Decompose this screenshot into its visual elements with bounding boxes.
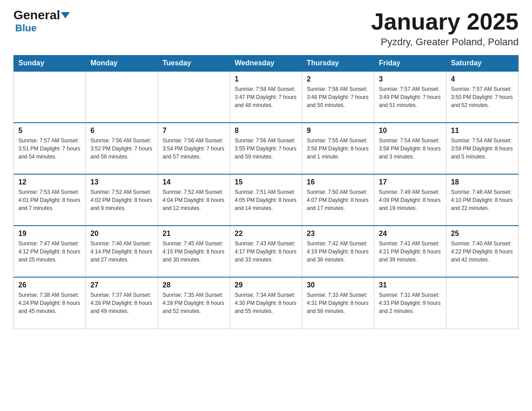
table-row: 17Sunrise: 7:49 AM Sunset: 4:09 PM Dayli…	[374, 174, 446, 226]
table-row: 12Sunrise: 7:53 AM Sunset: 4:01 PM Dayli…	[14, 174, 86, 226]
day-number: 28	[163, 281, 225, 289]
day-number: 24	[379, 230, 442, 238]
day-info: Sunrise: 7:55 AM Sunset: 3:56 PM Dayligh…	[307, 137, 369, 161]
col-monday: Monday	[86, 56, 158, 72]
day-info: Sunrise: 7:43 AM Sunset: 4:17 PM Dayligh…	[235, 240, 297, 264]
table-row: 24Sunrise: 7:41 AM Sunset: 4:21 PM Dayli…	[374, 226, 446, 277]
table-row: 4Sunrise: 7:57 AM Sunset: 3:50 PM Daylig…	[446, 71, 519, 123]
table-row: 28Sunrise: 7:35 AM Sunset: 4:28 PM Dayli…	[158, 277, 230, 329]
day-number: 14	[163, 178, 225, 186]
day-number: 29	[235, 281, 297, 289]
month-title: January 2025	[371, 9, 519, 34]
day-number: 26	[18, 281, 81, 289]
table-row: 20Sunrise: 7:46 AM Sunset: 4:14 PM Dayli…	[86, 226, 158, 277]
day-number: 21	[163, 230, 225, 238]
day-info: Sunrise: 7:51 AM Sunset: 4:05 PM Dayligh…	[235, 188, 297, 212]
calendar-header-row: Sunday Monday Tuesday Wednesday Thursday…	[14, 56, 519, 72]
table-row: 14Sunrise: 7:52 AM Sunset: 4:04 PM Dayli…	[158, 174, 230, 226]
day-number: 3	[379, 75, 442, 83]
table-row: 9Sunrise: 7:55 AM Sunset: 3:56 PM Daylig…	[302, 123, 374, 174]
day-number: 6	[90, 127, 153, 135]
table-row: 29Sunrise: 7:34 AM Sunset: 4:30 PM Dayli…	[230, 277, 302, 329]
day-number: 16	[307, 178, 369, 186]
day-number: 4	[451, 75, 514, 83]
table-row: 19Sunrise: 7:47 AM Sunset: 4:12 PM Dayli…	[14, 226, 86, 277]
day-number: 5	[18, 127, 81, 135]
day-number: 13	[90, 178, 153, 186]
table-row	[158, 71, 230, 123]
day-info: Sunrise: 7:48 AM Sunset: 4:10 PM Dayligh…	[451, 188, 514, 212]
calendar: Sunday Monday Tuesday Wednesday Thursday…	[13, 55, 519, 329]
logo: General Blue	[13, 9, 70, 34]
table-row: 1Sunrise: 7:58 AM Sunset: 3:47 PM Daylig…	[230, 71, 302, 123]
table-row: 3Sunrise: 7:57 AM Sunset: 3:49 PM Daylig…	[374, 71, 446, 123]
day-number: 18	[451, 178, 514, 186]
day-number: 2	[307, 75, 369, 83]
calendar-week-row: 5Sunrise: 7:57 AM Sunset: 3:51 PM Daylig…	[14, 123, 519, 174]
table-row: 31Sunrise: 7:31 AM Sunset: 4:33 PM Dayli…	[374, 277, 446, 329]
col-tuesday: Tuesday	[158, 56, 230, 72]
table-row: 27Sunrise: 7:37 AM Sunset: 4:26 PM Dayli…	[86, 277, 158, 329]
day-number: 20	[90, 230, 153, 238]
day-info: Sunrise: 7:57 AM Sunset: 3:50 PM Dayligh…	[451, 85, 514, 109]
logo-general: General	[13, 9, 70, 21]
table-row: 5Sunrise: 7:57 AM Sunset: 3:51 PM Daylig…	[14, 123, 86, 174]
day-info: Sunrise: 7:56 AM Sunset: 3:54 PM Dayligh…	[163, 137, 225, 161]
table-row: 18Sunrise: 7:48 AM Sunset: 4:10 PM Dayli…	[446, 174, 519, 226]
table-row: 15Sunrise: 7:51 AM Sunset: 4:05 PM Dayli…	[230, 174, 302, 226]
day-number: 7	[163, 127, 225, 135]
day-info: Sunrise: 7:34 AM Sunset: 4:30 PM Dayligh…	[235, 291, 297, 315]
day-info: Sunrise: 7:57 AM Sunset: 3:51 PM Dayligh…	[18, 137, 81, 161]
day-number: 10	[379, 127, 442, 135]
day-info: Sunrise: 7:49 AM Sunset: 4:09 PM Dayligh…	[379, 188, 442, 212]
day-number: 27	[90, 281, 153, 289]
day-number: 11	[451, 127, 514, 135]
table-row: 13Sunrise: 7:52 AM Sunset: 4:02 PM Dayli…	[86, 174, 158, 226]
table-row: 10Sunrise: 7:54 AM Sunset: 3:58 PM Dayli…	[374, 123, 446, 174]
day-info: Sunrise: 7:57 AM Sunset: 3:49 PM Dayligh…	[379, 85, 442, 109]
col-friday: Friday	[374, 56, 446, 72]
table-row: 22Sunrise: 7:43 AM Sunset: 4:17 PM Dayli…	[230, 226, 302, 277]
col-sunday: Sunday	[14, 56, 86, 72]
table-row: 8Sunrise: 7:56 AM Sunset: 3:55 PM Daylig…	[230, 123, 302, 174]
day-info: Sunrise: 7:31 AM Sunset: 4:33 PM Dayligh…	[379, 291, 442, 315]
table-row: 23Sunrise: 7:42 AM Sunset: 4:19 PM Dayli…	[302, 226, 374, 277]
day-info: Sunrise: 7:54 AM Sunset: 3:58 PM Dayligh…	[379, 137, 442, 161]
table-row	[14, 71, 86, 123]
day-info: Sunrise: 7:45 AM Sunset: 4:15 PM Dayligh…	[163, 240, 225, 264]
day-info: Sunrise: 7:42 AM Sunset: 4:19 PM Dayligh…	[307, 240, 369, 264]
table-row: 26Sunrise: 7:38 AM Sunset: 4:24 PM Dayli…	[14, 277, 86, 329]
day-info: Sunrise: 7:35 AM Sunset: 4:28 PM Dayligh…	[163, 291, 225, 315]
day-number: 8	[235, 127, 297, 135]
calendar-week-row: 12Sunrise: 7:53 AM Sunset: 4:01 PM Dayli…	[14, 174, 519, 226]
table-row: 6Sunrise: 7:56 AM Sunset: 3:52 PM Daylig…	[86, 123, 158, 174]
col-wednesday: Wednesday	[230, 56, 302, 72]
day-info: Sunrise: 7:37 AM Sunset: 4:26 PM Dayligh…	[90, 291, 153, 315]
calendar-week-row: 19Sunrise: 7:47 AM Sunset: 4:12 PM Dayli…	[14, 226, 519, 277]
header: General Blue January 2025 Pyzdry, Greate…	[13, 9, 519, 48]
logo-triangle-icon	[60, 9, 70, 21]
day-info: Sunrise: 7:47 AM Sunset: 4:12 PM Dayligh…	[18, 240, 81, 264]
logo-blue: Blue	[15, 22, 37, 34]
day-info: Sunrise: 7:54 AM Sunset: 3:59 PM Dayligh…	[451, 137, 514, 161]
table-row: 25Sunrise: 7:40 AM Sunset: 4:22 PM Dayli…	[446, 226, 519, 277]
day-number: 19	[18, 230, 81, 238]
day-info: Sunrise: 7:56 AM Sunset: 3:52 PM Dayligh…	[90, 137, 153, 161]
calendar-week-row: 26Sunrise: 7:38 AM Sunset: 4:24 PM Dayli…	[14, 277, 519, 329]
location-title: Pyzdry, Greater Poland, Poland	[371, 36, 519, 48]
day-number: 31	[379, 281, 442, 289]
table-row: 21Sunrise: 7:45 AM Sunset: 4:15 PM Dayli…	[158, 226, 230, 277]
day-info: Sunrise: 7:33 AM Sunset: 4:31 PM Dayligh…	[307, 291, 369, 315]
table-row: 16Sunrise: 7:50 AM Sunset: 4:07 PM Dayli…	[302, 174, 374, 226]
table-row: 11Sunrise: 7:54 AM Sunset: 3:59 PM Dayli…	[446, 123, 519, 174]
day-number: 22	[235, 230, 297, 238]
table-row	[446, 277, 519, 329]
day-info: Sunrise: 7:58 AM Sunset: 3:47 PM Dayligh…	[235, 85, 297, 109]
day-number: 12	[18, 178, 81, 186]
table-row	[86, 71, 158, 123]
col-saturday: Saturday	[446, 56, 519, 72]
day-number: 30	[307, 281, 369, 289]
day-info: Sunrise: 7:52 AM Sunset: 4:04 PM Dayligh…	[163, 188, 225, 212]
title-area: January 2025 Pyzdry, Greater Poland, Pol…	[371, 9, 519, 48]
day-number: 1	[235, 75, 297, 83]
